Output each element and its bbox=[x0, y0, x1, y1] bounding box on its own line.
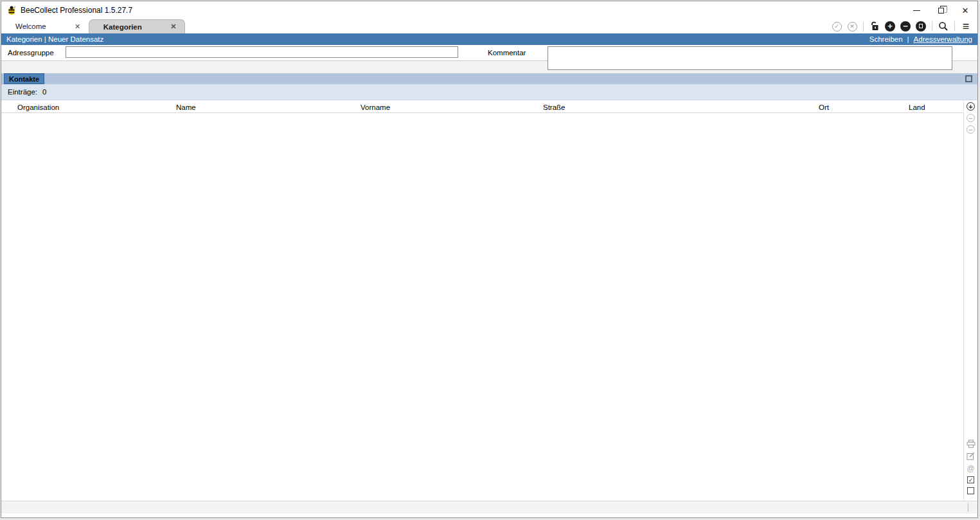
tab-kategorien-label: Kategorien bbox=[103, 23, 142, 31]
search-icon[interactable] bbox=[936, 20, 951, 33]
column-header-organisation[interactable]: Organisation bbox=[1, 102, 176, 111]
tab-bar: Welcome ✕ Kategorien ✕ ✓ ✕ + bbox=[1, 19, 977, 33]
column-header-ort[interactable]: Ort bbox=[819, 102, 909, 111]
window-title: BeeCollect Professional 1.5.27.7 bbox=[21, 6, 132, 15]
entries-count: 0 bbox=[42, 88, 46, 96]
close-icon: ✕ bbox=[962, 6, 969, 15]
breadcrumb: Kategorien | Neuer Datensatz bbox=[6, 35, 103, 43]
breadcrumb-separator: | bbox=[907, 35, 909, 43]
confirm-circle-icon[interactable]: ✓ bbox=[829, 20, 844, 33]
tab-welcome-label: Welcome bbox=[15, 22, 46, 30]
status-bar bbox=[1, 501, 977, 514]
column-header-land[interactable]: Land bbox=[909, 102, 963, 111]
add-contact-icon[interactable]: + bbox=[967, 102, 975, 111]
print-icon[interactable] bbox=[967, 440, 976, 448]
column-header-strasse[interactable]: Straße bbox=[543, 102, 819, 111]
minimize-button[interactable] bbox=[904, 1, 929, 19]
adressgruppe-input[interactable] bbox=[66, 46, 458, 58]
checkbox-empty-icon[interactable] bbox=[967, 487, 974, 494]
kontakte-section-tab[interactable]: Kontakte bbox=[4, 73, 44, 84]
unlock-icon[interactable] bbox=[867, 20, 882, 33]
breadcrumb-bar: Kategorien | Neuer Datensatz Schreiben |… bbox=[1, 33, 977, 45]
close-button[interactable]: ✕ bbox=[953, 1, 977, 19]
toolbar-separator bbox=[954, 21, 955, 31]
email-at-icon[interactable]: @ bbox=[967, 464, 976, 472]
tab-welcome-close-icon[interactable]: ✕ bbox=[73, 22, 82, 31]
add-record-icon[interactable]: + bbox=[882, 20, 898, 33]
kontakte-section-bar: Kontakte bbox=[1, 73, 977, 84]
entries-strip: Einträge: 0 bbox=[1, 84, 977, 100]
title-bar: BeeCollect Professional 1.5.27.7 ✕ bbox=[1, 1, 977, 19]
tab-welcome[interactable]: Welcome ✕ bbox=[1, 19, 89, 33]
remove-contact-icon[interactable]: − bbox=[967, 114, 975, 122]
edit-note-icon[interactable] bbox=[967, 452, 976, 460]
checkbox-checked-icon[interactable]: ✓ bbox=[967, 476, 974, 483]
menu-icon[interactable]: ≡ bbox=[958, 20, 974, 33]
table-icon-rail: + − − @ bbox=[963, 100, 977, 501]
schreiben-action[interactable]: Schreiben bbox=[869, 35, 903, 43]
restore-button[interactable] bbox=[929, 1, 953, 19]
unlink-contact-icon[interactable]: − bbox=[967, 125, 975, 134]
window-bottom-edge bbox=[1, 514, 977, 517]
adressverwaltung-link[interactable]: Adressverwaltung bbox=[914, 35, 972, 43]
kommentar-textarea[interactable] bbox=[548, 46, 952, 70]
app-window: BeeCollect Professional 1.5.27.7 ✕ Welco… bbox=[1, 1, 978, 518]
remove-record-icon[interactable]: − bbox=[898, 20, 913, 33]
kontakte-table: Organisation Name Vorname Straße Ort Lan… bbox=[1, 100, 977, 501]
bee-logo-icon bbox=[6, 5, 17, 15]
duplicate-record-icon[interactable] bbox=[913, 20, 929, 33]
column-header-name[interactable]: Name bbox=[176, 102, 361, 111]
restore-icon bbox=[938, 8, 944, 13]
toolbar-separator bbox=[932, 21, 932, 31]
kommentar-label: Kommentar bbox=[488, 49, 526, 57]
toolbar-separator bbox=[863, 21, 864, 31]
toolbar: ✓ ✕ + − bbox=[829, 19, 977, 33]
table-body-empty bbox=[1, 113, 963, 501]
form-area: Adressgruppe Kommentar bbox=[1, 45, 977, 73]
tab-kategorien[interactable]: Kategorien ✕ bbox=[89, 19, 185, 33]
statusbar-grip bbox=[968, 503, 968, 512]
column-header-vorname[interactable]: Vorname bbox=[361, 102, 543, 111]
cancel-circle-icon[interactable]: ✕ bbox=[844, 20, 860, 33]
expand-panel-icon[interactable] bbox=[965, 75, 972, 82]
tab-kategorien-close-icon[interactable]: ✕ bbox=[169, 22, 178, 31]
adressgruppe-label: Adressgruppe bbox=[8, 49, 54, 57]
entries-label: Einträge: bbox=[8, 88, 37, 96]
minimize-icon bbox=[913, 10, 920, 11]
table-header-row: Organisation Name Vorname Straße Ort Lan… bbox=[1, 100, 963, 113]
kontakte-section-label: Kontakte bbox=[9, 75, 39, 83]
